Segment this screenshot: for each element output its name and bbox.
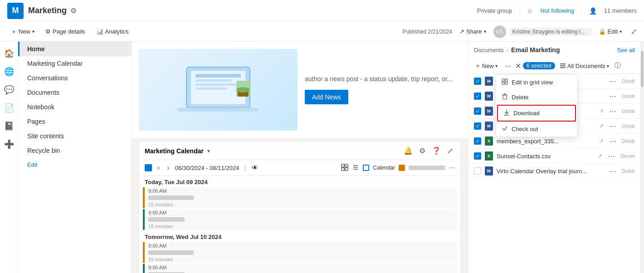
svg-rect-23 bbox=[505, 82, 507, 84]
calendar-help-icon[interactable]: ❓ bbox=[430, 146, 443, 156]
doc-row-6[interactable]: ✓ X Sunset-Contacts.csv ↗ ⋯ Decen bbox=[468, 149, 640, 164]
svg-rect-11 bbox=[345, 164, 348, 167]
docs-new-button[interactable]: ＋ New ▾ bbox=[472, 60, 500, 72]
doc-date-5: Octob bbox=[622, 138, 635, 144]
download-icon bbox=[503, 109, 510, 117]
event-time-2: 9:00 AM bbox=[148, 210, 457, 215]
event-name-3 bbox=[148, 250, 194, 255]
info-icon[interactable]: ⓘ bbox=[615, 62, 621, 70]
calendar-section: Marketing Calendar ▾ 🔔 ⚙ ❓ ⤢ ‹ › 06/30/2… bbox=[139, 141, 461, 273]
edit-nav-link[interactable]: Edit bbox=[18, 158, 131, 172]
calendar-bell-icon[interactable]: 🔔 bbox=[402, 146, 415, 156]
right-scrollbar[interactable] bbox=[640, 42, 644, 273]
cal-grid-view-btn[interactable] bbox=[341, 164, 348, 172]
nav-doc-icon[interactable]: 📄 bbox=[1, 100, 17, 116]
nav-chat-icon[interactable]: 💬 bbox=[1, 82, 17, 98]
add-news-button[interactable]: Add News bbox=[305, 90, 348, 104]
close-selection-button[interactable]: ✕ bbox=[515, 62, 521, 70]
cal-eye-icon[interactable]: 👁 bbox=[252, 164, 258, 171]
doc-checkbox-3[interactable]: ✓ bbox=[474, 107, 481, 115]
page-details-button[interactable]: ⚙ Page details bbox=[42, 26, 89, 37]
doc-checkbox-6[interactable]: ✓ bbox=[474, 152, 481, 160]
doc-more-btn-3[interactable]: ⋯ bbox=[607, 107, 618, 116]
edit-button[interactable]: 🔒 Edit ▾ bbox=[595, 26, 625, 37]
cal-list-view-btn[interactable] bbox=[352, 164, 359, 172]
doc-checkbox-4[interactable]: ✓ bbox=[474, 122, 481, 130]
private-group-label: Private group bbox=[477, 7, 512, 14]
nav-globe-icon[interactable]: 🌐 bbox=[1, 63, 17, 80]
sidebar-item-pages[interactable]: Pages bbox=[18, 114, 131, 129]
nav-notebook-icon[interactable]: 📓 bbox=[1, 118, 17, 134]
checkout-item[interactable]: Check out bbox=[496, 122, 577, 136]
doc-more-btn-4[interactable]: ⋯ bbox=[607, 122, 618, 131]
nav-add-icon[interactable]: ➕ bbox=[1, 136, 17, 152]
sidebar-item-recycle-bin[interactable]: Recycle bin bbox=[18, 143, 131, 158]
doc-checkbox-7[interactable] bbox=[474, 167, 481, 175]
share-icon-6[interactable]: ↗ bbox=[598, 153, 602, 159]
excel-icon-5: X bbox=[485, 136, 493, 146]
user-name-blurred bbox=[409, 166, 445, 170]
top-bar: M Marketing ⚙ Private group ☆ Not follow… bbox=[0, 0, 644, 22]
csv-icon-6: X bbox=[485, 151, 493, 161]
edit-grid-view-item[interactable]: Edit in grid view bbox=[496, 75, 577, 90]
published-label: Published 2/21/2024 bbox=[402, 29, 452, 35]
chevron-icon: ▾ bbox=[495, 63, 498, 68]
doc-more-btn-7[interactable]: ⋯ bbox=[607, 167, 618, 176]
cal-more-btn[interactable]: ⋯ bbox=[449, 164, 455, 171]
breadcrumb-sep: › bbox=[507, 47, 508, 54]
doc-date-7: Octob bbox=[622, 168, 635, 174]
doc-checkbox-5[interactable]: ✓ bbox=[474, 137, 481, 145]
svg-point-9 bbox=[236, 87, 250, 93]
share-icon: ↗ bbox=[459, 28, 464, 35]
share-button[interactable]: ↗ Share ▾ bbox=[456, 26, 490, 37]
doc-checkbox-2[interactable]: ✓ bbox=[474, 93, 481, 100]
delete-item[interactable]: Delete bbox=[496, 90, 577, 105]
sidebar-item-home[interactable]: Home bbox=[18, 42, 131, 56]
doc-more-btn-6[interactable]: ⋯ bbox=[606, 152, 617, 161]
top-bar-right: Private group ☆ Not following 👤 11 membe… bbox=[477, 6, 637, 15]
svg-rect-6 bbox=[177, 108, 259, 112]
divider2 bbox=[581, 6, 582, 15]
more-options-button[interactable]: ⋯ bbox=[502, 61, 513, 71]
share-icon-5[interactable]: ↗ bbox=[599, 138, 604, 144]
expand-icon[interactable]: ⤢ bbox=[631, 27, 637, 36]
see-all-link[interactable]: See all bbox=[617, 47, 635, 54]
sidebar-item-documents[interactable]: Documents bbox=[18, 85, 131, 100]
all-documents-dropdown[interactable]: All Documents ▾ bbox=[557, 61, 612, 71]
cal-prev-btn[interactable]: ‹ bbox=[156, 163, 161, 173]
calendar-dropdown-icon[interactable]: ▾ bbox=[207, 148, 210, 154]
scrollbar-thumb[interactable] bbox=[641, 51, 644, 87]
event-row-1: 9:00 AM 15 minutes bbox=[143, 187, 457, 208]
plus-icon: ＋ bbox=[11, 28, 17, 36]
doc-more-btn-5[interactable]: ⋯ bbox=[607, 137, 618, 146]
doc-more-btn-2[interactable]: ⋯ bbox=[607, 92, 618, 101]
analytics-button[interactable]: 📊 Analytics bbox=[93, 26, 132, 37]
sidebar-item-marketing-calendar[interactable]: Marketing Calendar bbox=[18, 56, 131, 71]
nav-home-icon[interactable]: 🏠 bbox=[1, 45, 17, 62]
delete-icon bbox=[502, 93, 508, 101]
settings-icon[interactable]: ⚙ bbox=[70, 6, 77, 15]
event-row-4: 9:00 AM 15 minutes bbox=[143, 264, 457, 273]
cal-next-btn[interactable]: › bbox=[165, 163, 171, 173]
doc-more-btn-1[interactable]: ⋯ bbox=[607, 77, 618, 86]
grid-icon bbox=[502, 78, 508, 86]
share-icon-4[interactable]: ↗ bbox=[599, 123, 604, 129]
word-icon-4: W bbox=[485, 122, 493, 131]
sidebar-item-conversations[interactable]: Conversations bbox=[18, 71, 131, 85]
hero-section: author a news post - a status update, tr… bbox=[132, 42, 468, 138]
new-button[interactable]: ＋ New ▾ bbox=[7, 26, 38, 38]
sidebar-item-notebook[interactable]: Notebook bbox=[18, 100, 131, 114]
not-following-label[interactable]: Not following bbox=[540, 7, 574, 14]
tomorrow-section: Tomorrow, Wed Jul 10 2024 9:00 AM 15 min… bbox=[139, 231, 460, 273]
svg-rect-2 bbox=[195, 74, 241, 78]
sidebar-item-site-contents[interactable]: Site contents bbox=[18, 129, 131, 143]
star-icon[interactable]: ☆ bbox=[527, 7, 533, 15]
calendar-settings-icon[interactable]: ⚙ bbox=[417, 146, 427, 156]
calendar-expand-icon[interactable]: ⤢ bbox=[445, 146, 455, 156]
download-item[interactable]: Download bbox=[497, 105, 576, 122]
calendar-title: Marketing Calendar bbox=[145, 147, 204, 155]
share-icon-3[interactable]: ↗ bbox=[599, 108, 604, 114]
doc-row-7[interactable]: W Virto Calendar Overlay trial journ... … bbox=[468, 164, 640, 179]
doc-checkbox-1[interactable]: ✓ bbox=[474, 78, 481, 85]
edit-grid-label: Edit in grid view bbox=[512, 79, 553, 86]
